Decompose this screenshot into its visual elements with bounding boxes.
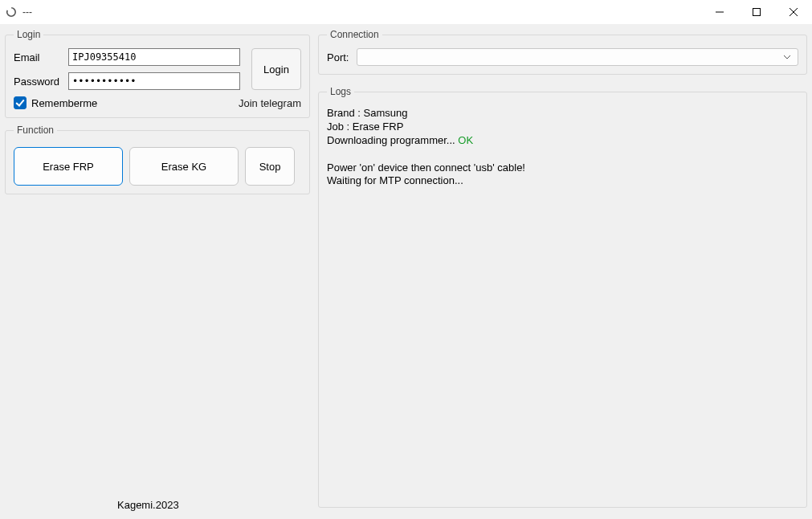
log-line: Downloading programmer... OK [327, 134, 798, 148]
port-select[interactable] [357, 48, 798, 66]
login-legend: Login [14, 29, 43, 40]
app-icon [5, 6, 18, 18]
logs-legend: Logs [327, 86, 354, 97]
remember-label: Rememberme [31, 97, 97, 109]
window-title: --- [22, 6, 32, 18]
log-line: Power 'on' device then connect 'usb' cab… [327, 161, 798, 175]
email-label: Email [14, 51, 62, 63]
footer-text: Kagemi.2023 [5, 496, 310, 514]
client-area: Login Email Login Password Rememberme Jo… [0, 24, 812, 519]
maximize-button[interactable] [738, 0, 775, 24]
login-button[interactable]: Login [251, 48, 301, 90]
log-line: Job : Erase FRP [327, 121, 798, 134]
erase-frp-button[interactable]: Erase FRP [14, 147, 123, 186]
minimize-button[interactable] [701, 0, 738, 24]
connection-legend: Connection [327, 29, 382, 40]
connection-group: Connection Port: [318, 29, 807, 75]
chevron-down-icon [783, 53, 791, 61]
function-group: Function Erase FRP Erase KG Stop [5, 125, 310, 194]
log-output: Brand : SamsungJob : Erase FRPDownloadin… [327, 105, 798, 499]
logs-group: Logs Brand : SamsungJob : Erase FRPDownl… [318, 86, 807, 508]
password-label: Password [14, 76, 62, 88]
email-field[interactable] [68, 48, 240, 66]
svg-rect-2 [753, 9, 761, 16]
log-line: Brand : Samsung [327, 107, 798, 121]
login-group: Login Email Login Password Rememberme Jo… [5, 29, 310, 118]
titlebar: --- [0, 0, 812, 24]
close-button[interactable] [775, 0, 812, 24]
port-label: Port: [327, 51, 349, 63]
join-telegram-link[interactable]: Join telegram [239, 97, 301, 109]
log-line: Waiting for MTP connection... [327, 174, 798, 188]
password-field[interactable] [68, 72, 240, 90]
remember-checkbox[interactable] [14, 96, 27, 109]
svg-point-0 [6, 6, 17, 18]
log-line [327, 148, 798, 161]
erase-kg-button[interactable]: Erase KG [129, 147, 239, 186]
function-legend: Function [14, 125, 57, 136]
stop-button[interactable]: Stop [245, 147, 295, 186]
left-column: Login Email Login Password Rememberme Jo… [5, 29, 310, 514]
right-column: Connection Port: Logs Brand : SamsungJob… [318, 29, 807, 514]
